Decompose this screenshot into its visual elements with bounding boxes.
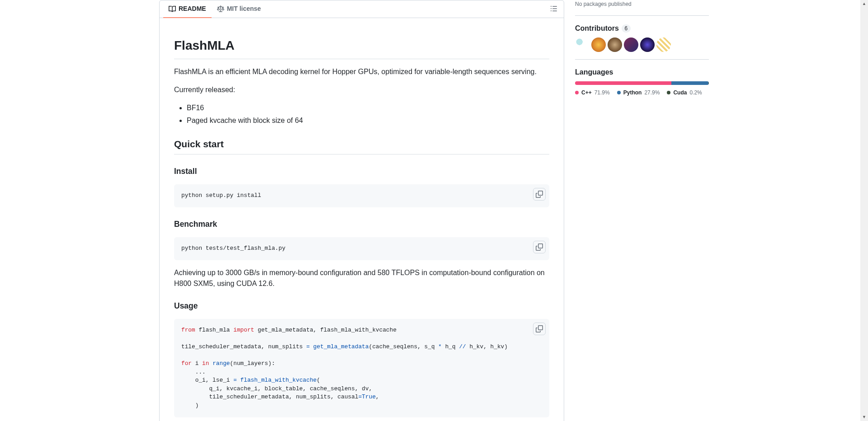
language-bar-segment [575, 81, 671, 85]
language-name: Cuda [673, 89, 687, 97]
languages-section: Languages C++71.9%Python27.9%Cuda0.2% [575, 59, 709, 98]
language-item[interactable]: C++71.9% [575, 89, 610, 97]
language-bar-segment [708, 81, 709, 85]
readme-feature-list: BF16 Paged kvcache with block size of 64 [174, 103, 549, 126]
heading-benchmark: Benchmark [174, 218, 549, 230]
languages-bar [575, 81, 709, 85]
dot-icon [575, 91, 579, 94]
avatar[interactable] [640, 37, 655, 52]
language-name: C++ [581, 89, 592, 97]
avatar[interactable] [656, 37, 671, 52]
language-bar-segment [671, 81, 709, 85]
readme-title: FlashMLA [174, 36, 549, 59]
list-item: Paged kvcache with block size of 64 [187, 115, 549, 126]
heading-usage: Usage [174, 300, 549, 312]
book-icon [169, 5, 176, 13]
packages-section: No packages published [575, 0, 709, 8]
contributors-section: Contributors 6 [575, 15, 709, 52]
dot-icon [667, 91, 670, 94]
language-item[interactable]: Python27.9% [617, 89, 660, 97]
code-usage: from flash_mla import get_mla_metadata, … [181, 326, 542, 410]
language-percent: 71.9% [594, 89, 610, 97]
tab-license-label: MIT license [227, 4, 261, 14]
copy-icon [536, 243, 543, 251]
toc-button[interactable] [547, 2, 560, 16]
list-icon [550, 5, 557, 12]
code-block-benchmark: python tests/test_flash_mla.py [174, 237, 549, 260]
packages-empty-text: No packages published [575, 0, 709, 8]
benchmark-description: Achieving up to 3000 GB/s in memory-boun… [174, 267, 549, 289]
code-block-usage: from flash_mla import get_mla_metadata, … [174, 319, 549, 417]
avatar[interactable] [591, 37, 606, 52]
languages-heading: Languages [575, 67, 709, 78]
avatar[interactable] [608, 37, 622, 52]
dot-icon [617, 91, 621, 94]
scroll-down-icon[interactable]: ▼ [860, 413, 868, 421]
contributors-count: 6 [622, 24, 631, 33]
readme-box: README MIT license FlashMLA FlashMLA is … [159, 0, 564, 421]
copy-icon [536, 191, 543, 198]
language-percent: 27.9% [644, 89, 660, 97]
language-item[interactable]: Cuda0.2% [667, 89, 702, 97]
language-name: Python [623, 89, 642, 97]
copy-button[interactable] [533, 188, 546, 201]
languages-list: C++71.9%Python27.9%Cuda0.2% [575, 89, 709, 98]
copy-button[interactable] [533, 323, 546, 335]
tab-readme-label: README [179, 4, 206, 14]
readme-body: FlashMLA FlashMLA is an efficient MLA de… [160, 18, 564, 421]
readme-currently-released: Currently released: [174, 84, 549, 95]
list-item: BF16 [187, 103, 549, 113]
copy-icon [536, 325, 543, 332]
heading-quick-start: Quick start [174, 137, 549, 154]
tab-readme[interactable]: README [163, 0, 212, 18]
heading-install: Install [174, 165, 549, 177]
copy-button[interactable] [533, 241, 546, 253]
avatar[interactable] [575, 37, 590, 52]
code-install: python setup.py install [181, 192, 542, 200]
code-benchmark: python tests/test_flash_mla.py [181, 244, 542, 253]
scroll-up-icon[interactable]: ▲ [860, 0, 868, 8]
code-block-install: python setup.py install [174, 184, 549, 207]
contributor-avatars [575, 37, 709, 52]
vertical-scrollbar[interactable]: ▲ ▼ [860, 0, 868, 421]
readme-intro: FlashMLA is an efficient MLA decoding ke… [174, 66, 549, 77]
law-icon [217, 5, 224, 13]
contributors-heading[interactable]: Contributors 6 [575, 23, 709, 34]
language-percent: 0.2% [689, 89, 702, 97]
avatar[interactable] [624, 37, 638, 52]
tab-license[interactable]: MIT license [212, 0, 266, 18]
readme-tabs: README MIT license [160, 0, 564, 18]
